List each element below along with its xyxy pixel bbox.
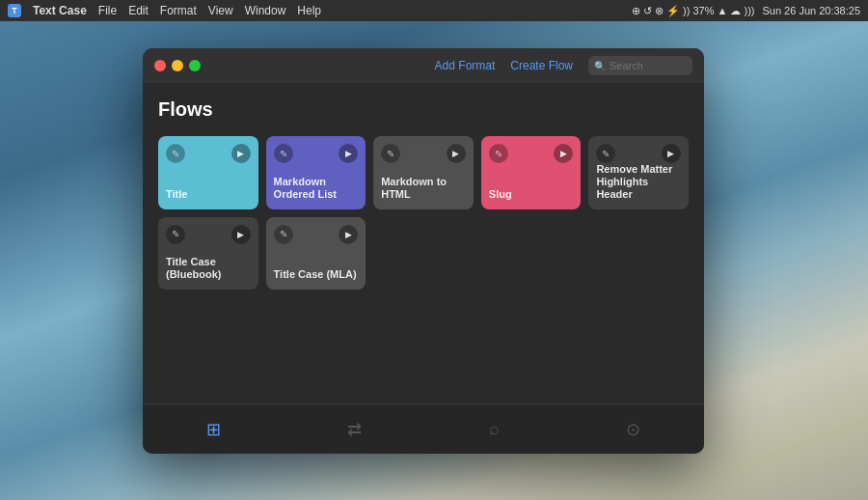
flow-edit-icon: ✎: [166, 144, 185, 163]
flow-edit-icon: ✎: [381, 144, 400, 163]
flow-card-title-case-mla[interactable]: ✎ ▶ Title Case (MLA): [266, 217, 366, 290]
content-area: Flows ✎ ▶ Title ✎ ▶ Markdown: [143, 83, 704, 403]
flow-card-label: Title: [166, 188, 187, 201]
menubar: T Text Case File Edit Format View Window…: [0, 0, 868, 21]
flow-card-title[interactable]: ✎ ▶ Title: [158, 136, 258, 209]
search-input[interactable]: [610, 60, 687, 71]
traffic-lights: [154, 60, 201, 71]
flow-play-button[interactable]: ▶: [447, 144, 466, 163]
flow-card-markdown-ordered-list[interactable]: ✎ ▶ Markdown Ordered List: [266, 136, 366, 209]
flow-play-button[interactable]: ▶: [231, 144, 251, 163]
tab-settings[interactable]: ⊙: [610, 415, 656, 444]
flow-card-title-case-bluebook[interactable]: ✎ ▶ Title Case (Bluebook): [158, 217, 258, 290]
flow-edit-icon: ✎: [274, 144, 293, 163]
flow-play-button[interactable]: ▶: [662, 144, 681, 163]
flow-edit-icon: ✎: [166, 225, 185, 244]
tab-transform[interactable]: ⇄: [332, 415, 377, 444]
search-icon: 🔍: [594, 61, 606, 71]
menu-view[interactable]: View: [208, 4, 233, 17]
titlebar: Add Format Create Flow 🔍: [143, 48, 704, 83]
minimize-button[interactable]: [172, 60, 183, 71]
flow-play-button[interactable]: ▶: [554, 144, 573, 163]
flow-card-label: Markdown to HTML: [381, 176, 466, 201]
flow-card-label: Remove Matter Highlights Header: [596, 163, 681, 202]
flow-card-markdown-html[interactable]: ✎ ▶ Markdown to HTML: [373, 136, 474, 209]
search-box[interactable]: 🔍: [588, 56, 692, 75]
tab-search[interactable]: ⌕: [474, 415, 515, 443]
section-title: Flows: [158, 98, 689, 121]
close-button[interactable]: [154, 60, 166, 71]
menubar-right: ⊕ ↺ ⊗ ⚡ )) 37% ▲ ☁ ))) Sun 26 Jun 20:38:…: [632, 5, 860, 17]
flow-play-button[interactable]: ▶: [339, 225, 358, 244]
menu-file[interactable]: File: [98, 4, 117, 17]
menu-edit[interactable]: Edit: [128, 4, 149, 17]
flow-card-highlights-header[interactable]: ✎ ▶ Remove Matter Highlights Header: [588, 136, 689, 209]
search-tab-icon: ⌕: [489, 419, 500, 439]
menubar-datetime: Sun 26 Jun 20:38:25: [762, 5, 860, 16]
flow-play-button[interactable]: ▶: [339, 144, 358, 163]
bottom-tabs: ⊞ ⇄ ⌕ ⊙: [143, 403, 704, 454]
maximize-button[interactable]: [189, 60, 201, 71]
flow-card-label: Title Case (Bluebook): [166, 256, 251, 281]
app-window: Add Format Create Flow 🔍 Flows ✎ ▶ Title: [143, 48, 704, 454]
tab-flows[interactable]: ⊞: [191, 415, 236, 444]
flow-edit-icon: ✎: [596, 144, 615, 163]
transform-tab-icon: ⇄: [347, 419, 362, 440]
flows-grid-row2: ✎ ▶ Title Case (Bluebook) ✎ ▶ Title Case…: [158, 217, 689, 290]
menu-app[interactable]: Text Case: [33, 4, 87, 17]
flows-grid-row1: ✎ ▶ Title ✎ ▶ Markdown Ordered List: [158, 136, 689, 209]
titlebar-actions: Add Format Create Flow 🔍: [435, 56, 692, 75]
menubar-left: T Text Case File Edit Format View Window…: [8, 4, 321, 17]
menu-help[interactable]: Help: [297, 4, 321, 17]
app-icon: T: [8, 4, 21, 17]
menu-format[interactable]: Format: [160, 4, 197, 17]
flow-card-label: Title Case (MLA): [274, 268, 357, 281]
create-flow-button[interactable]: Create Flow: [510, 59, 573, 72]
flow-card-label: Markdown Ordered List: [274, 176, 359, 201]
add-format-button[interactable]: Add Format: [435, 59, 496, 72]
flow-play-button[interactable]: ▶: [231, 225, 251, 244]
flow-card-slug[interactable]: ✎ ▶ Slug: [481, 136, 582, 209]
settings-tab-icon: ⊙: [626, 419, 640, 440]
flow-card-label: Slug: [489, 188, 512, 201]
menubar-icons: ⊕ ↺ ⊗ ⚡ )) 37% ▲ ☁ ))): [632, 5, 755, 17]
flows-tab-icon: ⊞: [206, 419, 221, 440]
menu-window[interactable]: Window: [245, 4, 286, 17]
flow-edit-icon: ✎: [489, 144, 508, 163]
flow-edit-icon: ✎: [274, 225, 293, 244]
